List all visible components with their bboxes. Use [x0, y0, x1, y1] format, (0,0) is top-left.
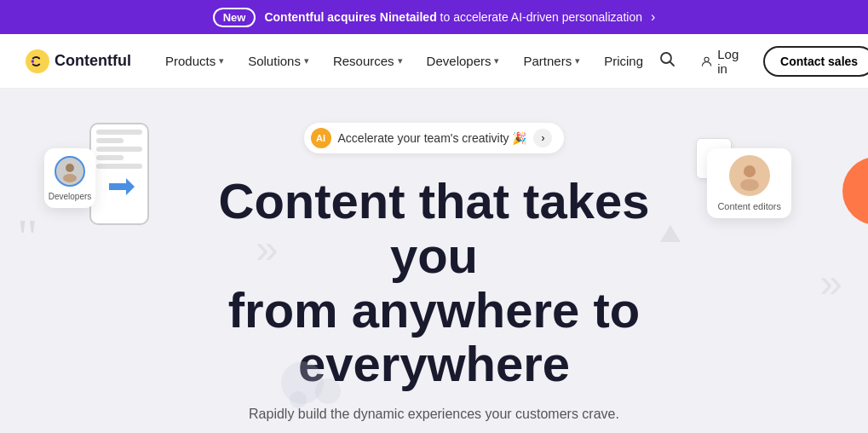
editors-label: Content editors: [717, 201, 781, 211]
editors-card: Content editors: [707, 148, 791, 218]
svg-point-6: [63, 174, 77, 182]
hero-headline: Content that takes you from anywhere to …: [170, 174, 698, 391]
phone-line-4: [96, 155, 124, 160]
svg-point-9: [740, 179, 759, 191]
developers-chevron-icon: ▾: [494, 55, 499, 66]
phone-mockup: [89, 123, 149, 225]
hero-section: " » » Developers a: [0, 89, 868, 433]
banner-arrow-icon: ›: [651, 9, 655, 25]
nav-developers[interactable]: Developers ▾: [417, 47, 510, 75]
login-label: Log in: [717, 47, 743, 76]
svg-point-4: [704, 57, 709, 61]
nav-partners[interactable]: Partners ▾: [513, 47, 590, 75]
deco-circle-3: [290, 391, 307, 408]
logo[interactable]: Contentful: [26, 49, 131, 73]
ai-pill-text: Accelerate your team's creativity 🎉: [338, 131, 527, 145]
banner-text: Contentful acquires Ninetailed to accele…: [264, 10, 642, 24]
developer-card: Developers: [44, 148, 95, 208]
svg-marker-7: [109, 178, 135, 195]
ai-pill[interactable]: AI Accelerate your team's creativity 🎉 ›: [304, 123, 565, 153]
login-icon: [701, 54, 712, 69]
partners-chevron-icon: ▾: [575, 55, 580, 66]
phone-line-1: [96, 130, 142, 135]
new-badge: New: [213, 8, 256, 27]
phone-line-2: [96, 138, 124, 143]
svg-point-1: [32, 60, 35, 63]
orange-blob-decoration: [842, 157, 868, 225]
nav-pricing[interactable]: Pricing: [594, 47, 653, 75]
svg-point-8: [744, 165, 756, 177]
announcement-banner[interactable]: New Contentful acquires Ninetailed to ac…: [0, 0, 868, 34]
svg-point-5: [66, 164, 74, 172]
ai-pill-arrow-icon: ›: [533, 129, 552, 147]
developer-avatar: [55, 156, 85, 187]
double-chevron-right-decoration: »: [819, 259, 842, 306]
ai-badge: AI: [311, 128, 331, 148]
products-chevron-icon: ▾: [219, 55, 224, 66]
hero-subtext: Rapidly build the dynamic experiences yo…: [249, 407, 619, 422]
logo-text: Contentful: [55, 52, 131, 70]
solutions-chevron-icon: ▾: [304, 55, 309, 66]
phone-line-3: [96, 147, 142, 152]
quote-left-decoration: ": [17, 208, 38, 267]
nav-resources[interactable]: Resources ▾: [323, 47, 413, 75]
svg-line-3: [670, 62, 675, 66]
nav-products[interactable]: Products ▾: [155, 47, 234, 75]
contact-sales-button[interactable]: Contact sales: [763, 46, 868, 77]
phone-line-5: [96, 164, 142, 169]
nav-links: Products ▾ Solutions ▾ Resources ▾ Devel…: [155, 47, 653, 75]
contentful-logo-icon: [26, 49, 49, 73]
svg-point-0: [26, 49, 49, 73]
navbar: Contentful Products ▾ Solutions ▾ Resour…: [0, 34, 868, 89]
dev-arrow-decoration: [109, 178, 135, 199]
deco-circle-2: [315, 378, 341, 404]
editors-avatar: [729, 155, 770, 196]
double-chevron-left-decoration: »: [256, 225, 279, 272]
search-icon[interactable]: [653, 45, 681, 77]
nav-actions: Log in Contact sales: [653, 40, 868, 83]
deco-triangle: [660, 225, 681, 242]
developer-label: Developers: [49, 192, 92, 201]
nav-solutions[interactable]: Solutions ▾: [238, 47, 319, 75]
resources-chevron-icon: ▾: [398, 55, 403, 66]
login-button[interactable]: Log in: [691, 40, 753, 83]
